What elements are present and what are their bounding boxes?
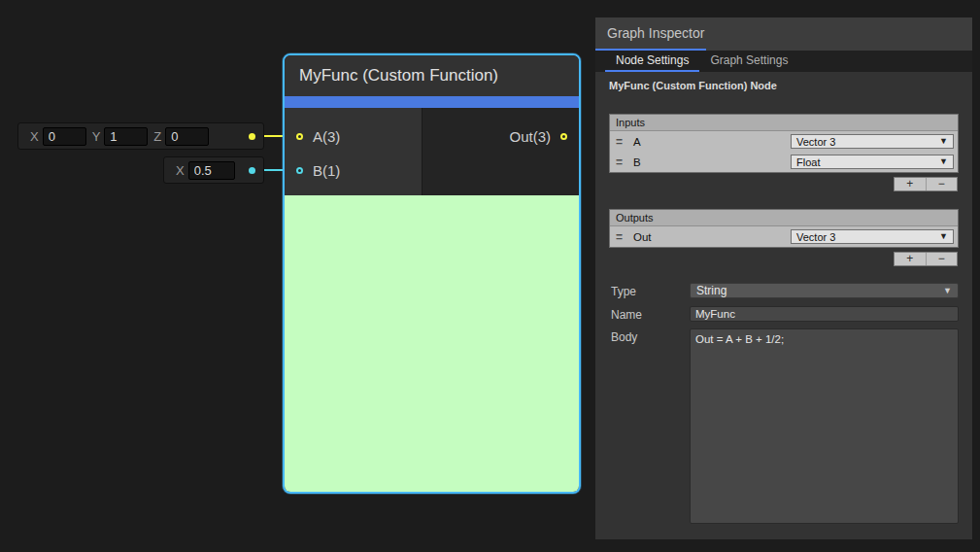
tab-node-settings[interactable]: Node Settings (605, 51, 699, 72)
y-axis-label: Y (92, 129, 101, 144)
output-type-dropdown[interactable]: Vector 3 ▼ (791, 229, 954, 244)
z-axis-label: Z (153, 129, 161, 144)
type-dropdown[interactable]: String ▼ (690, 283, 959, 298)
z-value-field[interactable] (165, 127, 209, 146)
inspector-title: Graph Inspector (607, 25, 704, 41)
inspector-tab-bar: Node Settings Graph Settings (595, 51, 972, 72)
input-type-value: Vector 3 (796, 136, 835, 148)
port-stub-dot-icon (249, 167, 255, 174)
inspector-titlebar[interactable]: Graph Inspector (595, 17, 972, 51)
chevron-down-icon: ▼ (939, 137, 948, 146)
list-item: = A Vector 3 ▼ (610, 131, 958, 152)
body-field[interactable]: Out = A + B + 1/2; (690, 328, 959, 524)
output-name: Out (633, 231, 652, 243)
node-preview (285, 195, 579, 492)
port-label-a: A(3) (313, 128, 340, 145)
add-input-button[interactable]: + (895, 178, 926, 190)
remove-output-button[interactable]: − (926, 253, 958, 265)
name-field[interactable] (690, 306, 959, 322)
remove-input-button[interactable]: − (926, 178, 958, 190)
drag-handle-icon[interactable]: = (616, 230, 629, 244)
drag-handle-icon[interactable]: = (616, 135, 629, 149)
drag-handle-icon[interactable]: = (616, 155, 629, 169)
shader-graph-window: X Y Z X MyFunc (Custom Function) (0, 0, 980, 552)
node-port-area: A(3) B(1) Out(3) (285, 108, 579, 195)
inputs-list-footer: + − (894, 177, 958, 191)
port-label-b: B(1) (313, 162, 340, 179)
outputs-list-header: Outputs (610, 210, 958, 226)
add-output-button[interactable]: + (895, 253, 926, 265)
type-label: Type (611, 285, 636, 298)
chevron-down-icon: ▼ (943, 287, 952, 295)
port-label-out: Out(3) (509, 128, 551, 145)
inputs-list: Inputs = A Vector 3 ▼ = B Float ▼ (609, 114, 959, 173)
custom-function-node[interactable]: MyFunc (Custom Function) A(3) B(1) Out(3… (283, 53, 581, 494)
outputs-list: Outputs = Out Vector 3 ▼ (609, 209, 959, 248)
output-port-out: Out(3) (499, 123, 567, 149)
float-value-field[interactable] (188, 161, 235, 180)
input-port-b: B(1) (296, 157, 350, 183)
x-axis-label: X (176, 163, 185, 178)
chevron-down-icon: ▼ (939, 157, 948, 166)
inputs-list-header: Inputs (610, 115, 958, 131)
port-stub-dot-icon (249, 133, 255, 140)
input-type-dropdown[interactable]: Float ▼ (791, 155, 954, 169)
port-circle-out[interactable] (560, 133, 567, 140)
graph-inspector-panel: Graph Inspector Node Settings Graph Sett… (595, 17, 972, 539)
input-name: B (633, 156, 641, 168)
node-settings-heading: MyFunc (Custom Function) Node (609, 80, 777, 91)
input-type-value: Float (796, 156, 820, 168)
list-item: = Out Vector 3 ▼ (610, 226, 958, 247)
chevron-down-icon: ▼ (939, 232, 948, 241)
port-circle-a[interactable] (296, 133, 303, 140)
input-type-dropdown[interactable]: Vector 3 ▼ (791, 134, 954, 149)
list-item: = B Float ▼ (610, 152, 958, 172)
node-accent-bar (285, 96, 579, 108)
x-value-field[interactable] (43, 127, 86, 146)
output-type-value: Vector 3 (796, 231, 835, 243)
tab-graph-settings[interactable]: Graph Settings (699, 51, 798, 72)
input-name: A (633, 136, 641, 148)
y-value-field[interactable] (104, 127, 148, 146)
type-value: String (696, 284, 727, 297)
port-circle-b[interactable] (296, 167, 303, 174)
input-port-a: A(3) (296, 123, 350, 149)
x-axis-label: X (30, 129, 39, 144)
vector3-default-widget: X Y Z (17, 122, 264, 150)
node-titlebar[interactable]: MyFunc (Custom Function) (285, 55, 579, 96)
outputs-list-footer: + − (894, 252, 958, 266)
name-label: Name (611, 308, 642, 322)
node-title: MyFunc (Custom Function) (299, 66, 498, 86)
body-label: Body (611, 330, 637, 344)
float-default-widget: X (163, 156, 264, 184)
